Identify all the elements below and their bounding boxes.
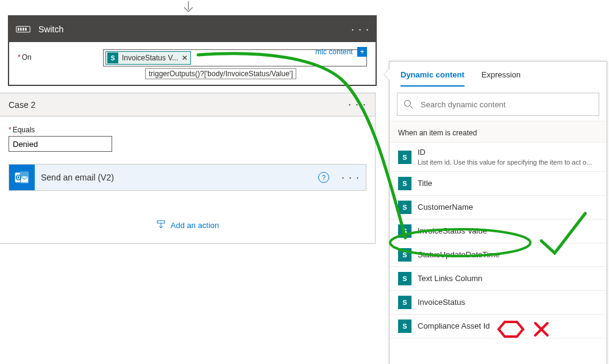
dc-item-customername[interactable]: S CustomerName (390, 196, 607, 219)
dc-item-label: InvoiceStatus Value (418, 226, 487, 237)
tab-expression[interactable]: Expression (482, 70, 521, 87)
dc-item-text-links-column[interactable]: S Text Links Column (390, 267, 607, 291)
dc-section-header: When an item is created (390, 121, 607, 143)
equals-label: Equals (9, 126, 35, 134)
sharepoint-icon: S (398, 201, 411, 214)
dc-item-label: Title (418, 179, 432, 189)
switch-title: Switch (38, 24, 344, 34)
dynamic-content-link-row: mic content + (315, 47, 367, 57)
dynamic-content-link-text[interactable]: mic content (315, 48, 352, 56)
equals-input[interactable] (9, 136, 112, 152)
sharepoint-icon: S (398, 272, 411, 285)
dc-item-label: StatusUpdateDateTime (418, 250, 500, 260)
switch-icon (15, 23, 31, 35)
dc-item-invoicestatus[interactable]: S InvoiceStatus (390, 291, 607, 315)
sharepoint-icon: S (398, 224, 411, 238)
svg-rect-3 (23, 28, 24, 31)
svg-line-12 (410, 106, 413, 109)
dc-item-label: Compliance Asset Id (418, 321, 490, 332)
dc-item-invoicestatus-value[interactable]: S InvoiceStatus Value (390, 219, 607, 243)
search-input[interactable] (419, 99, 593, 110)
search-icon (404, 99, 413, 109)
dc-item-label: Text Links Column (418, 274, 482, 284)
add-action-label: Add an action (171, 221, 219, 230)
dc-item-label: CustomerName (418, 202, 473, 213)
sharepoint-icon: S (398, 319, 411, 333)
token-invoicestatus-value[interactable]: S InvoiceStatus V... ✕ (105, 51, 191, 65)
svg-rect-2 (20, 28, 21, 31)
case-card: Case 2 · · · Equals Send an email (V2) ?… (0, 93, 376, 244)
add-action-icon (156, 220, 166, 230)
token-label: InvoiceStatus V... (122, 54, 178, 62)
svg-rect-10 (157, 221, 165, 223)
switch-header[interactable]: Switch · · · (9, 16, 376, 42)
dc-item-label: InvoiceStatus (418, 298, 465, 308)
dc-item-statusupdatedatetime[interactable]: S StatusUpdateDateTime (390, 243, 607, 267)
dc-item-compliance-asset-id[interactable]: S Compliance Asset Id (390, 315, 607, 338)
panel-caret-icon (384, 69, 390, 80)
svg-rect-4 (25, 28, 26, 31)
sharepoint-icon: S (398, 296, 411, 309)
add-dynamic-content-button[interactable]: + (357, 47, 367, 57)
dc-item-id[interactable]: S ID List item id. Use this value for sp… (390, 143, 607, 172)
sharepoint-icon: S (107, 52, 118, 63)
dc-item-label: ID (418, 148, 426, 157)
dc-item-title[interactable]: S Title (390, 172, 607, 196)
case-title: Case 2 (9, 100, 35, 110)
sharepoint-icon: S (398, 151, 411, 164)
switch-menu-button[interactable]: · · · (351, 23, 369, 36)
svg-point-11 (405, 101, 411, 107)
svg-rect-1 (18, 28, 19, 31)
expression-tooltip: triggerOutputs()?['body/InvoiceStatus/Va… (145, 68, 296, 79)
dynamic-content-panel: Dynamic content Expression When an item … (389, 61, 607, 364)
case-header[interactable]: Case 2 · · · (0, 93, 375, 116)
token-remove-button[interactable]: ✕ (182, 54, 188, 62)
help-icon[interactable]: ? (318, 172, 329, 183)
dc-item-desc: List item id. Use this value for specify… (418, 158, 592, 166)
send-email-action[interactable]: Send an email (V2) ? · · · (9, 164, 366, 191)
action-menu-button[interactable]: · · · (341, 171, 360, 184)
action-title: Send an email (V2) (41, 173, 312, 182)
add-action-button[interactable]: Add an action (156, 220, 219, 230)
tab-dynamic-content[interactable]: Dynamic content (401, 70, 465, 87)
on-label: On (18, 53, 103, 62)
sharepoint-icon: S (398, 248, 411, 262)
sharepoint-icon: S (398, 177, 411, 190)
dynamic-content-search[interactable] (397, 93, 599, 116)
case-menu-button[interactable]: · · · (348, 98, 366, 111)
outlook-icon (9, 165, 35, 190)
